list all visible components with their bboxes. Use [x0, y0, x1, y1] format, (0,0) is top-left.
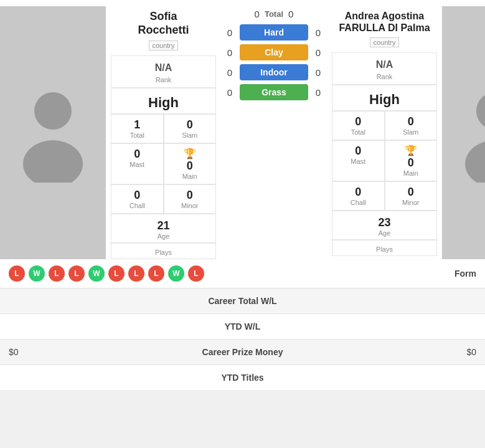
right-main-value: 0 — [388, 156, 435, 169]
left-main-label: Main — [167, 173, 214, 180]
svg-point-2 — [476, 92, 485, 130]
right-total-label: Total — [335, 128, 382, 136]
left-stats-panel: Sofia Rocchetti country N/A Rank High — [106, 6, 221, 259]
right-main-cell: 🏆 0 Main — [385, 140, 438, 181]
left-main-value: 0 — [167, 160, 214, 173]
ytd-wl-label: YTD W/L — [83, 322, 402, 331]
right-stats-panel: Andrea Agostina FARULLA DI Palma country… — [327, 6, 442, 259]
right-high-cell: High — [332, 85, 437, 111]
right-main-label: Main — [388, 169, 435, 177]
center-right-total: 0 — [288, 9, 293, 19]
left-mast-cell: 0 Mast — [111, 143, 164, 184]
left-mast-value: 0 — [114, 148, 161, 161]
left-total-value: 1 — [114, 118, 161, 131]
left-rank-cell: N/A Rank — [111, 55, 216, 88]
ytd-titles-label: YTD Titles — [83, 373, 402, 383]
right-rank-value: N/A — [376, 59, 393, 70]
right-rank-cell: N/A Rank — [332, 52, 437, 85]
right-total-cell: 0 Total — [332, 111, 385, 140]
left-stats-grid: N/A Rank High 1 Total 0 Slam — [111, 55, 216, 259]
right-minor-label: Minor — [388, 199, 435, 206]
svg-point-3 — [465, 140, 485, 183]
right-slam-value: 0 — [388, 115, 435, 128]
career-prize-label: Career Prize Money — [83, 347, 402, 357]
form-badge-2: L — [49, 265, 65, 282]
left-chall-label: Chall — [114, 202, 161, 209]
hard-bar: 0 Hard 0 — [224, 24, 324, 41]
right-age-label: Age — [335, 229, 434, 237]
right-player-photo — [442, 6, 485, 259]
form-badge-4: W — [88, 265, 105, 282]
left-age-value: 21 — [114, 219, 213, 232]
indoor-button: Indoor — [240, 64, 308, 80]
left-high-cell: High — [111, 88, 216, 114]
left-player-name: Sofia Rocchetti — [111, 6, 216, 39]
hard-button: Hard — [240, 24, 308, 41]
left-plays-label: Plays — [114, 249, 213, 256]
form-badge-6: L — [128, 265, 144, 282]
center-total-label: Total — [265, 9, 283, 19]
right-minor-cell: 0 Minor — [385, 181, 438, 211]
left-slam-label: Slam — [167, 131, 214, 139]
form-badge-1: W — [29, 265, 45, 282]
form-label: Form — [454, 269, 476, 279]
right-player-name: Andrea Agostina FARULLA DI Palma — [332, 6, 437, 36]
main-container: Sofia Rocchetti country N/A Rank High — [0, 0, 485, 390]
career-prize-row: $0 Career Prize Money $0 — [0, 339, 485, 365]
right-plays-label: Plays — [335, 245, 434, 253]
form-badge-7: L — [148, 265, 164, 282]
comparison-section: Sofia Rocchetti country N/A Rank High — [0, 0, 485, 259]
left-main-cell: 🏆 0 Main — [164, 143, 217, 184]
right-chall-value: 0 — [335, 186, 382, 199]
left-high-value: High — [148, 95, 179, 110]
left-age-label: Age — [114, 232, 213, 240]
form-row: L W L L W L L L W L Form — [0, 259, 485, 288]
right-rank-label: Rank — [377, 73, 393, 80]
left-slam-value: 0 — [167, 118, 214, 131]
left-age-cell: 21 Age — [111, 214, 216, 243]
career-total-label: Career Total W/L — [83, 296, 402, 306]
right-plays-cell: Plays — [332, 240, 437, 256]
left-mast-label: Mast — [114, 161, 161, 168]
left-minor-value: 0 — [167, 189, 214, 202]
right-mast-value: 0 — [335, 145, 382, 158]
right-chall-cell: 0 Chall — [332, 181, 385, 211]
form-badge-8: W — [168, 265, 184, 282]
form-badge-5: L — [108, 265, 125, 282]
left-total-cell: 1 Total — [111, 114, 164, 143]
career-prize-right: $0 — [402, 347, 476, 357]
left-chall-cell: 0 Chall — [111, 184, 164, 214]
right-mast-cell: 0 Mast — [332, 140, 385, 181]
indoor-bar: 0 Indoor 0 — [224, 64, 324, 80]
left-chall-value: 0 — [114, 189, 161, 202]
ytd-titles-row: YTD Titles — [0, 365, 485, 390]
right-high-value: High — [369, 92, 400, 107]
right-minor-value: 0 — [388, 186, 435, 199]
left-total-label: Total — [114, 131, 161, 139]
clay-bar: 0 Clay 0 — [224, 44, 324, 60]
left-trophy-icon: 🏆 — [184, 148, 196, 159]
left-slam-cell: 0 Slam — [164, 114, 217, 143]
grass-button: Grass — [240, 84, 308, 100]
center-left-total: 0 — [255, 9, 260, 19]
career-total-row: Career Total W/L — [0, 288, 485, 313]
right-age-cell: 23 Age — [332, 211, 437, 240]
form-badge-0: L — [9, 265, 25, 282]
left-rank-label: Rank — [156, 76, 172, 83]
bottom-section: L W L L W L L L W L Form Career Total W/… — [0, 259, 485, 390]
left-minor-label: Minor — [167, 202, 214, 209]
career-prize-left: $0 — [9, 347, 83, 357]
right-country: country — [332, 37, 437, 47]
form-badge-3: L — [68, 265, 85, 282]
right-chall-label: Chall — [335, 199, 382, 206]
right-mast-label: Mast — [335, 158, 382, 165]
left-rank-value: N/A — [155, 62, 172, 73]
right-age-value: 23 — [335, 216, 434, 229]
right-slam-label: Slam — [388, 128, 435, 136]
left-country: country — [111, 41, 216, 50]
total-row: 0 Total 0 — [224, 6, 324, 24]
left-player-photo — [0, 6, 106, 259]
grass-bar: 0 Grass 0 — [224, 84, 324, 100]
right-trophy-icon: 🏆 — [405, 145, 417, 156]
svg-point-0 — [34, 92, 72, 130]
